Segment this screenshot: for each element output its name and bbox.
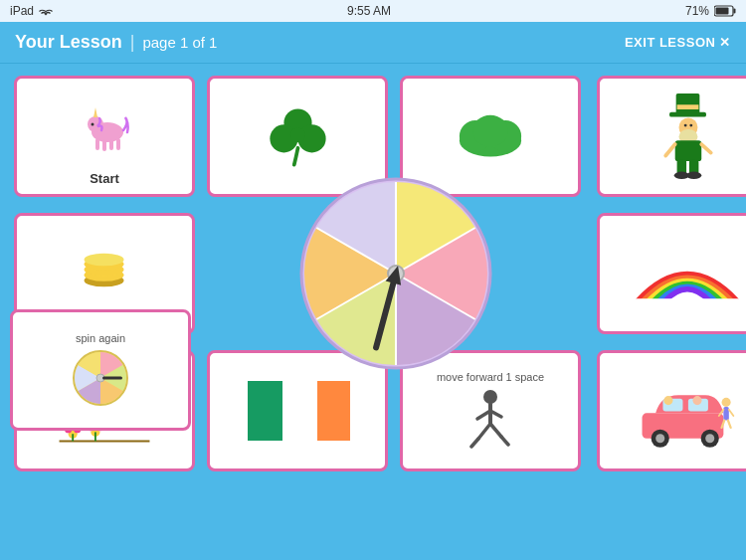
svg-rect-1 [734,9,736,14]
card-spin-again[interactable]: spin again [10,309,191,431]
rainbow-icon [633,242,742,306]
page-info: page 1 of 1 [142,34,217,51]
exit-button[interactable]: EXIT LESSON ✕ [625,35,731,50]
svg-line-26 [701,144,710,153]
spinner-container[interactable] [207,72,585,475]
lesson-title: Your Lesson [15,32,122,53]
svg-rect-9 [116,138,120,150]
coins-icon-area [17,225,192,304]
unicorn-icon [80,102,129,152]
header-left: Your Lesson | page 1 of 1 [15,32,217,53]
coins-icon [75,240,134,289]
car-icon-area [600,371,746,451]
battery-icon [714,5,736,17]
small-spinner-icon [71,348,130,408]
svg-point-30 [686,172,701,180]
svg-rect-24 [674,140,701,161]
car-people-icon [638,374,737,449]
svg-point-89 [722,397,731,406]
svg-point-31 [683,124,686,127]
leprechaun-icon-area [600,96,746,176]
ipad-label: iPad [10,4,34,18]
status-left: iPad [10,4,53,18]
leprechaun-icon [660,92,715,181]
start-label: Start [90,171,119,186]
svg-point-10 [92,122,94,125]
header: Your Lesson | page 1 of 1 EXIT LESSON ✕ [0,22,746,64]
card-start[interactable]: Start [14,76,195,197]
rainbow-icon-area [600,234,746,313]
battery-label: 71% [685,4,709,18]
svg-rect-68 [94,432,96,441]
svg-rect-2 [716,8,729,15]
spin-again-label: spin again [76,332,125,344]
header-divider: | [130,32,135,53]
card-car-people[interactable] [597,350,746,471]
svg-rect-20 [669,112,706,117]
svg-rect-90 [723,406,728,420]
svg-rect-97 [102,377,122,380]
status-time: 9:55 AM [347,4,391,18]
unicorn-icon-area [17,88,192,167]
spinner-wheel[interactable] [296,174,495,373]
svg-rect-48 [633,298,742,306]
svg-line-92 [729,409,734,415]
svg-point-88 [692,396,701,405]
card-leprechaun[interactable] [597,76,746,197]
status-bar: iPad 9:55 AM 71% [0,0,746,22]
svg-point-87 [663,396,672,405]
svg-rect-19 [675,93,699,114]
svg-marker-5 [93,107,97,117]
svg-rect-8 [109,139,113,150]
svg-rect-63 [72,434,74,441]
wifi-icon [39,6,53,17]
svg-rect-6 [95,138,99,150]
card-rainbow[interactable] [597,213,746,334]
status-right: 71% [685,4,736,18]
svg-point-84 [655,434,664,443]
svg-point-32 [689,124,692,127]
svg-line-25 [665,144,674,155]
svg-rect-7 [102,139,106,151]
svg-point-86 [705,434,714,443]
svg-point-47 [85,253,124,266]
svg-rect-21 [676,104,698,109]
svg-line-94 [728,420,731,427]
